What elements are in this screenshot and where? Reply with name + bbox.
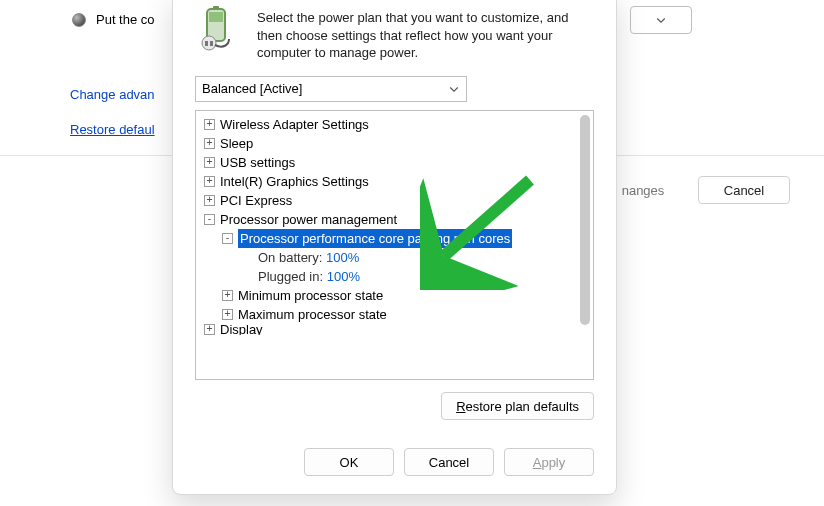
link-change-advanced[interactable]: Change advan (70, 87, 155, 102)
tree-item-core-parking-min-cores[interactable]: -Processor performance core parking min … (198, 229, 591, 248)
bg-save-changes-button: nanges (608, 176, 678, 204)
apply-button: Apply (504, 448, 594, 476)
svg-rect-5 (210, 41, 213, 46)
expand-icon[interactable]: + (204, 176, 215, 187)
link-restore-defaults[interactable]: Restore defaul (70, 122, 155, 137)
restore-plan-defaults-button[interactable]: Restore plan defaults (441, 392, 594, 420)
tree-item-display[interactable]: +Display (198, 324, 591, 335)
svg-rect-2 (209, 12, 223, 22)
svg-point-3 (202, 36, 216, 50)
expand-icon[interactable]: + (204, 157, 215, 168)
power-options-advanced-dialog: Select the power plan that you want to c… (172, 0, 617, 495)
expand-icon[interactable]: + (222, 309, 233, 320)
radio-icon (72, 13, 86, 27)
expand-icon[interactable]: + (204, 324, 215, 335)
collapse-icon[interactable]: - (204, 214, 215, 225)
tree-item-max-processor-state[interactable]: +Maximum processor state (198, 305, 591, 324)
tree-item-sleep[interactable]: +Sleep (198, 134, 591, 153)
bg-radio-label: Put the co (96, 12, 155, 27)
tree-setting-on-battery[interactable]: On battery: 100% (198, 248, 591, 267)
power-plan-selected-value: Balanced [Active] (202, 81, 448, 96)
chevron-down-icon (448, 83, 460, 95)
tree-setting-plugged-in[interactable]: Plugged in: 100% (198, 267, 591, 286)
scrollbar-thumb[interactable] (580, 115, 590, 325)
settings-tree[interactable]: +Wireless Adapter Settings +Sleep +USB s… (195, 110, 594, 380)
tree-item-min-processor-state[interactable]: +Minimum processor state (198, 286, 591, 305)
collapse-icon[interactable]: - (222, 233, 233, 244)
tree-item-usb[interactable]: +USB settings (198, 153, 591, 172)
power-plan-select[interactable]: Balanced [Active] (195, 76, 467, 102)
expand-icon[interactable]: + (204, 195, 215, 206)
expand-icon[interactable]: + (204, 138, 215, 149)
battery-plug-icon (195, 5, 243, 53)
svg-rect-4 (205, 41, 208, 46)
tree-item-processor-power-management[interactable]: -Processor power management (198, 210, 591, 229)
tree-item-pci-express[interactable]: +PCI Express (198, 191, 591, 210)
expand-icon[interactable]: + (222, 290, 233, 301)
chevron-down-icon (655, 14, 667, 26)
tree-item-wireless[interactable]: +Wireless Adapter Settings (198, 115, 591, 134)
ok-button[interactable]: OK (304, 448, 394, 476)
cancel-button[interactable]: Cancel (404, 448, 494, 476)
dialog-description: Select the power plan that you want to c… (257, 5, 594, 62)
svg-rect-1 (213, 6, 219, 10)
expand-icon[interactable]: + (204, 119, 215, 130)
value-link[interactable]: 100% (326, 248, 359, 267)
value-link[interactable]: 100% (327, 267, 360, 286)
bg-dropdown[interactable] (630, 6, 692, 34)
bg-cancel-button[interactable]: Cancel (698, 176, 790, 204)
tree-item-intel-graphics[interactable]: +Intel(R) Graphics Settings (198, 172, 591, 191)
